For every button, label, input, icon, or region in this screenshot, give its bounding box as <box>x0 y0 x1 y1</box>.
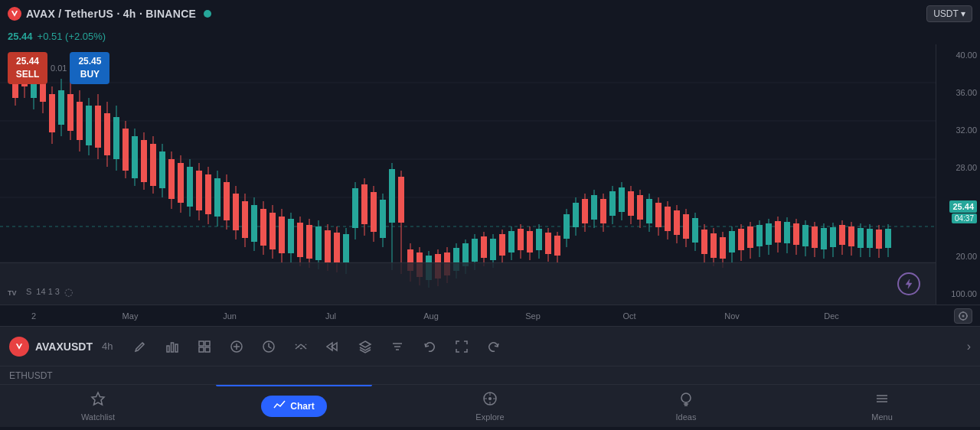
svg-rect-191 <box>848 226 854 246</box>
svg-rect-213 <box>205 341 210 346</box>
time-label-aug: Aug <box>423 311 439 321</box>
svg-rect-215 <box>205 347 210 352</box>
svg-rect-93 <box>398 177 404 223</box>
svg-rect-25 <box>86 106 92 145</box>
time-scale: 2 May Jun Jul Aug Sep Oct Nov Dec <box>0 305 980 326</box>
depth-icon[interactable] <box>292 337 310 356</box>
svg-rect-57 <box>233 194 239 230</box>
svg-rect-125 <box>545 233 551 254</box>
svg-rect-49 <box>196 171 202 210</box>
toolbar-symbol: AVAXUSDT <box>35 340 93 353</box>
explore-icon <box>482 391 498 410</box>
svg-rect-210 <box>172 343 174 352</box>
svg-rect-71 <box>297 223 303 257</box>
svg-rect-55 <box>224 182 230 220</box>
currency-selector[interactable]: USDT ▾ <box>926 5 972 22</box>
svg-rect-117 <box>508 231 514 252</box>
nav-menu[interactable]: Menu <box>784 385 980 427</box>
svg-rect-29 <box>104 113 110 155</box>
svg-rect-171 <box>756 225 763 246</box>
svg-rect-157 <box>692 218 698 243</box>
layers-icon[interactable] <box>356 337 374 356</box>
svg-rect-121 <box>527 231 533 252</box>
nav-chart[interactable]: Chart <box>196 385 392 427</box>
svg-rect-179 <box>793 223 799 245</box>
nav-ideas[interactable]: Ideas <box>588 385 784 427</box>
time-label-may: May <box>122 311 139 321</box>
chart-icon <box>273 399 286 414</box>
fullscreen-icon[interactable] <box>452 337 471 356</box>
undo-icon[interactable] <box>420 337 439 356</box>
header-timeframe: 4h <box>123 8 136 20</box>
svg-rect-159 <box>701 230 707 254</box>
goto-date-button[interactable] <box>954 308 972 324</box>
sell-button[interactable]: 25.44 SELL <box>8 52 47 84</box>
buy-price: 25.45 <box>76 55 103 68</box>
svg-rect-53 <box>214 178 220 217</box>
draw-tool-icon[interactable] <box>131 337 149 356</box>
sell-label: SELL <box>14 68 41 81</box>
secondary-symbol: ETHUSDT <box>9 370 53 381</box>
svg-rect-123 <box>536 229 542 250</box>
price-level-100: 100.00 <box>939 289 977 298</box>
bottom-toolbar: AVAXUSDT 4h <box>0 326 980 366</box>
time-label-jul: Jul <box>325 311 336 321</box>
svg-rect-135 <box>591 195 597 220</box>
svg-point-234 <box>681 393 691 402</box>
grid-icon[interactable] <box>195 337 214 356</box>
trade-buttons-area: 25.44 SELL 0.01 25.45 BUY <box>8 52 109 84</box>
svg-rect-91 <box>389 169 395 223</box>
svg-rect-83 <box>352 188 358 228</box>
svg-rect-165 <box>729 231 735 252</box>
redo-icon[interactable] <box>485 337 503 356</box>
nav-watchlist[interactable]: Watchlist <box>0 385 196 427</box>
add-compare-icon[interactable] <box>227 337 246 356</box>
svg-rect-67 <box>279 217 285 253</box>
svg-rect-33 <box>122 129 129 171</box>
svg-rect-41 <box>159 151 165 188</box>
spread-value: 0.01 <box>51 64 67 73</box>
svg-text:TV: TV <box>8 289 17 297</box>
svg-rect-43 <box>168 159 175 199</box>
time-label-dec: Dec <box>824 311 839 321</box>
svg-rect-195 <box>867 229 873 248</box>
nav-explore[interactable]: Explore <box>392 385 588 427</box>
svg-rect-189 <box>839 225 845 245</box>
price-change-pct: (+2.05%) <box>65 31 106 42</box>
symbol-name-text: AVAX / TetherUS <box>26 8 113 20</box>
svg-rect-145 <box>637 195 643 220</box>
time-label-jun: Jun <box>223 311 237 321</box>
price-change-text: +0.51 (+2.05%) <box>38 31 106 42</box>
svg-marker-227 <box>92 393 104 405</box>
svg-rect-199 <box>885 229 891 248</box>
symbol-title: AVAX / TetherUS · 4h · BINANCE <box>26 8 196 20</box>
indicator-label: TV S 14 1 3 ◌ <box>8 285 73 298</box>
indicator-panel: TV S 14 1 3 ◌ <box>0 262 936 305</box>
filter-icon[interactable] <box>388 337 407 356</box>
replay-icon[interactable] <box>260 337 278 356</box>
time-label-sep: Sep <box>525 311 541 321</box>
svg-rect-115 <box>499 234 505 256</box>
tradingview-watermark: TV <box>8 285 21 298</box>
current-time-badge: 04:37 <box>952 213 977 223</box>
svg-rect-69 <box>288 219 294 253</box>
avax-logo-toolbar <box>9 337 29 357</box>
eye-slash-icon[interactable]: ◌ <box>64 286 73 298</box>
lightning-icon[interactable] <box>897 272 920 295</box>
rewind-icon[interactable] <box>324 337 342 356</box>
more-options-arrow[interactable]: › <box>967 340 971 353</box>
svg-rect-35 <box>132 136 138 178</box>
avax-logo-icon <box>8 7 21 21</box>
menu-label: Menu <box>871 412 893 422</box>
svg-rect-19 <box>58 90 64 125</box>
svg-rect-39 <box>150 144 156 186</box>
watchlist-icon <box>90 391 106 410</box>
toolbar-timeframe: 4h <box>102 340 113 352</box>
bar-chart-icon[interactable] <box>163 337 181 356</box>
svg-rect-47 <box>187 167 193 207</box>
time-label-apr: 2 <box>31 311 36 321</box>
price-level-20: 20.00 <box>939 252 977 261</box>
stoch-label: S <box>26 287 31 296</box>
buy-button[interactable]: 25.45 BUY <box>70 52 109 84</box>
stoch-params: 14 1 3 <box>36 287 60 296</box>
